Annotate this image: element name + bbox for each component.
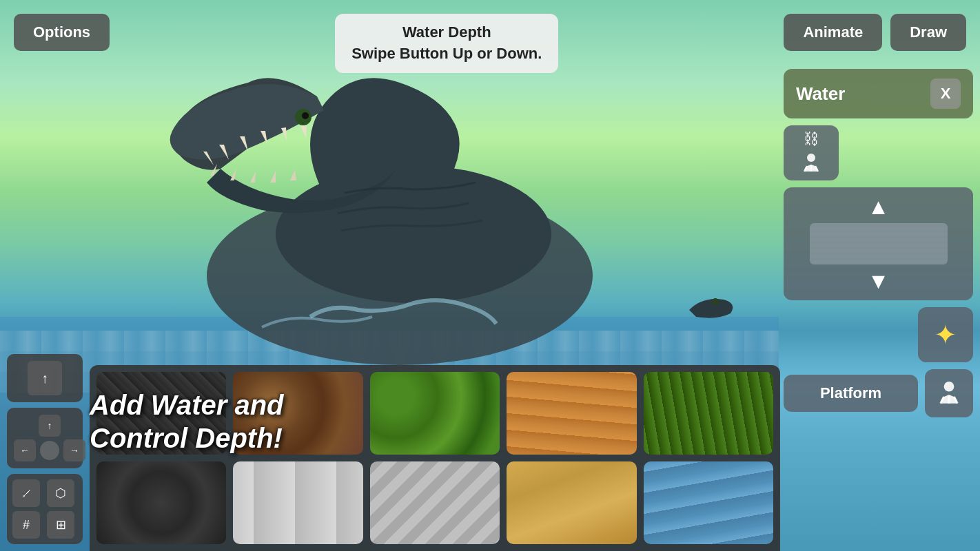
platform-row: Platform (784, 369, 973, 417)
depth-preview (810, 223, 948, 264)
svg-point-16 (807, 154, 815, 162)
chain-icon: ⛓ (804, 130, 819, 148)
sun-button[interactable]: ✦ (918, 307, 973, 362)
water-close-button[interactable]: X (930, 79, 961, 109)
svg-marker-10 (250, 171, 256, 183)
water-label-text: Water (796, 83, 845, 105)
right-panel: Water X ⛓ ▲ ▼ ✦ Platform (784, 69, 973, 417)
platform-button[interactable]: Platform (784, 375, 918, 412)
move-right-btn[interactable]: → (63, 439, 85, 461)
texture-tile-water[interactable] (644, 461, 773, 544)
svg-point-14 (302, 112, 309, 119)
top-right-buttons: Animate Draw (784, 14, 966, 51)
svg-marker-7 (300, 125, 307, 138)
depth-up-button[interactable]: ▲ (868, 196, 890, 218)
texture-tile-green-grass[interactable] (644, 372, 773, 455)
avatar-chain-button[interactable]: ⛓ (784, 125, 839, 180)
tooltip-box: Water Depth Swipe Button Up or Down. (335, 14, 558, 73)
draw-button[interactable]: Draw (890, 14, 966, 51)
texture-tile-green-leaves[interactable] (370, 372, 500, 455)
water-label-button[interactable]: Water X (784, 69, 973, 118)
texture-tile-wood[interactable] (507, 372, 636, 455)
tool-diagonal-btn[interactable]: ⟋ (12, 479, 40, 507)
move-left-btn[interactable]: ← (14, 439, 36, 461)
move-controls: ↑ ← → (7, 408, 83, 468)
animate-button[interactable]: Animate (784, 14, 882, 51)
options-button[interactable]: Options (14, 14, 110, 51)
move-center (40, 441, 59, 460)
depth-down-button[interactable]: ▼ (868, 270, 890, 292)
top-toolbar: Options Water Depth Swipe Button Up or D… (0, 14, 980, 73)
texture-tile-white[interactable] (233, 461, 363, 544)
svg-marker-9 (230, 168, 236, 180)
creature-area (69, 55, 793, 365)
tooltip-line1: Water Depth (351, 22, 542, 43)
move-up-button[interactable]: ↑ (28, 361, 62, 395)
avatar-bottom-button[interactable] (925, 369, 973, 417)
svg-point-20 (944, 382, 955, 392)
creature-svg (69, 55, 793, 365)
tool-shape-btn[interactable]: ⬡ (47, 479, 74, 507)
move-up-area: ↑ (7, 354, 83, 402)
texture-tile-brown-crack[interactable] (233, 372, 363, 455)
texture-tile-gray[interactable] (370, 461, 500, 544)
left-panel: ↑ ↑ ← → ⟋ ⬡ # ⊞ (7, 354, 83, 544)
texture-panel (90, 365, 780, 551)
depth-control: ▲ ▼ (784, 187, 973, 300)
svg-marker-12 (290, 169, 296, 180)
texture-tile-dark-crack2[interactable] (96, 461, 226, 544)
move-up-btn[interactable]: ↑ (39, 415, 61, 437)
avatar-icon (799, 151, 824, 176)
tool-plus-btn[interactable]: ⊞ (47, 511, 74, 539)
svg-marker-6 (281, 127, 287, 141)
tooltip-line2: Swipe Button Up or Down. (351, 43, 542, 65)
texture-tile-dark-stone[interactable] (96, 372, 226, 455)
tool-grid-btn[interactable]: # (12, 511, 40, 539)
sun-icon: ✦ (934, 319, 957, 351)
avatar-bottom-icon (934, 378, 964, 408)
svg-marker-11 (270, 171, 276, 183)
svg-point-15 (712, 298, 719, 305)
texture-tile-sand[interactable] (507, 461, 636, 544)
tools-panel: ⟋ ⬡ # ⊞ (7, 474, 83, 544)
